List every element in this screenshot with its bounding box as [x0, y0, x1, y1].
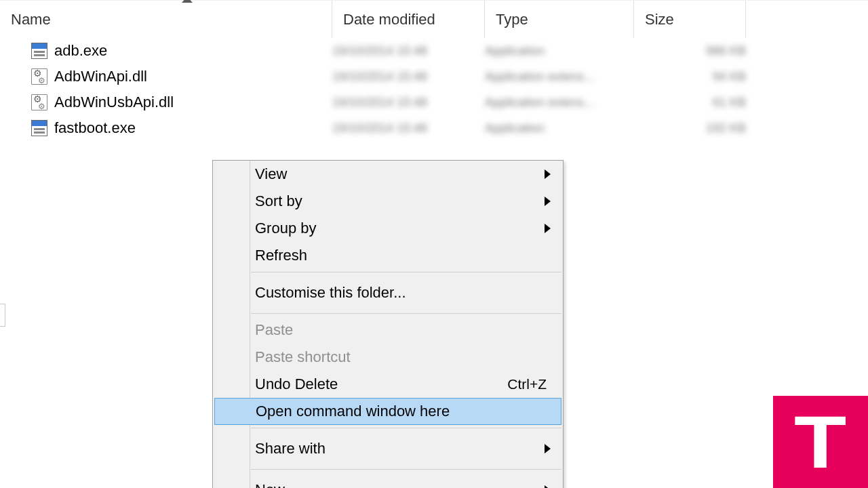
- column-header-name[interactable]: Name: [0, 1, 332, 38]
- menu-label: Open command window here: [256, 403, 450, 420]
- menu-item-paste: Paste: [213, 317, 563, 344]
- menu-separator: [251, 313, 561, 314]
- file-size: 986 KB: [634, 44, 746, 58]
- menu-item-share-with[interactable]: Share with: [213, 431, 563, 466]
- chevron-right-icon: [545, 197, 551, 206]
- window-edge-sliver: [0, 304, 5, 327]
- menu-item-group-by[interactable]: Group by: [213, 215, 563, 242]
- context-menu: View Sort by Group by Refresh Customise …: [212, 160, 564, 488]
- column-header-type[interactable]: Type: [485, 1, 634, 38]
- file-row[interactable]: fastboot.exe 19/10/2014 15:48 Applicatio…: [0, 115, 868, 141]
- header-label: Size: [645, 11, 674, 28]
- file-size: 94 KB: [634, 70, 746, 84]
- menu-shortcut: Ctrl+Z: [507, 376, 547, 392]
- menu-item-refresh[interactable]: Refresh: [213, 242, 563, 269]
- file-type: Application: [485, 44, 634, 58]
- header-label: Name: [11, 11, 51, 28]
- dll-icon: [31, 94, 47, 110]
- application-icon: [31, 120, 47, 136]
- column-header-size[interactable]: Size: [634, 1, 746, 38]
- column-header-date[interactable]: Date modified: [332, 1, 485, 38]
- file-row[interactable]: AdbWinUsbApi.dll 19/10/2014 15:48 Applic…: [0, 89, 868, 115]
- chevron-right-icon: [545, 169, 551, 179]
- brand-letter: T: [794, 405, 846, 479]
- menu-separator: [251, 272, 561, 272]
- file-size: 192 KB: [634, 121, 746, 136]
- file-date: 19/10/2014 15:48: [332, 121, 485, 136]
- file-row[interactable]: AdbWinApi.dll 19/10/2014 15:48 Applicati…: [0, 64, 868, 89]
- file-date: 19/10/2014 15:48: [332, 96, 485, 110]
- menu-item-undo-delete[interactable]: Undo Delete Ctrl+Z: [213, 371, 563, 398]
- menu-label: Sort by: [255, 192, 302, 210]
- menu-label: Customise this folder...: [255, 284, 406, 302]
- file-list: adb.exe 19/10/2014 15:48 Application 986…: [0, 38, 868, 141]
- menu-item-sort-by[interactable]: Sort by: [213, 188, 563, 215]
- header-label: Date modified: [343, 11, 435, 28]
- header-label: Type: [496, 11, 528, 28]
- menu-item-paste-shortcut: Paste shortcut: [213, 344, 563, 371]
- file-size: 61 KB: [634, 96, 746, 110]
- file-name: AdbWinApi.dll: [54, 68, 147, 85]
- menu-label: View: [255, 165, 287, 183]
- menu-label: Share with: [255, 440, 326, 458]
- menu-label: Undo Delete: [255, 375, 338, 393]
- file-type: Application extens...: [485, 70, 634, 84]
- menu-label: Paste: [255, 321, 293, 339]
- file-name: AdbWinUsbApi.dll: [54, 94, 174, 111]
- file-name: adb.exe: [54, 42, 107, 60]
- file-type: Application extens...: [485, 96, 634, 110]
- file-date: 19/10/2014 15:48: [332, 70, 485, 84]
- file-row[interactable]: adb.exe 19/10/2014 15:48 Application 986…: [0, 38, 868, 64]
- menu-item-open-command-window[interactable]: Open command window here: [214, 398, 561, 425]
- menu-item-new[interactable]: New: [213, 472, 563, 488]
- menu-separator: [251, 469, 561, 470]
- menu-label: Refresh: [255, 247, 307, 264]
- brand-badge: T: [773, 396, 868, 488]
- menu-label: Group by: [255, 220, 317, 237]
- dll-icon: [31, 68, 47, 85]
- menu-item-view[interactable]: View: [213, 161, 563, 188]
- menu-label: Paste shortcut: [255, 348, 351, 366]
- application-icon: [31, 43, 47, 59]
- column-headers: Name Date modified Type Size: [0, 0, 868, 38]
- chevron-right-icon: [545, 224, 551, 233]
- file-name: fastboot.exe: [54, 119, 136, 137]
- file-type: Application: [485, 121, 634, 136]
- menu-item-customise-folder[interactable]: Customise this folder...: [213, 275, 563, 310]
- menu-label: New: [255, 481, 285, 488]
- menu-separator: [251, 428, 561, 428]
- sort-ascending-icon: [182, 0, 193, 3]
- file-date: 19/10/2014 15:48: [332, 44, 485, 58]
- chevron-right-icon: [545, 444, 551, 453]
- chevron-right-icon: [545, 485, 551, 488]
